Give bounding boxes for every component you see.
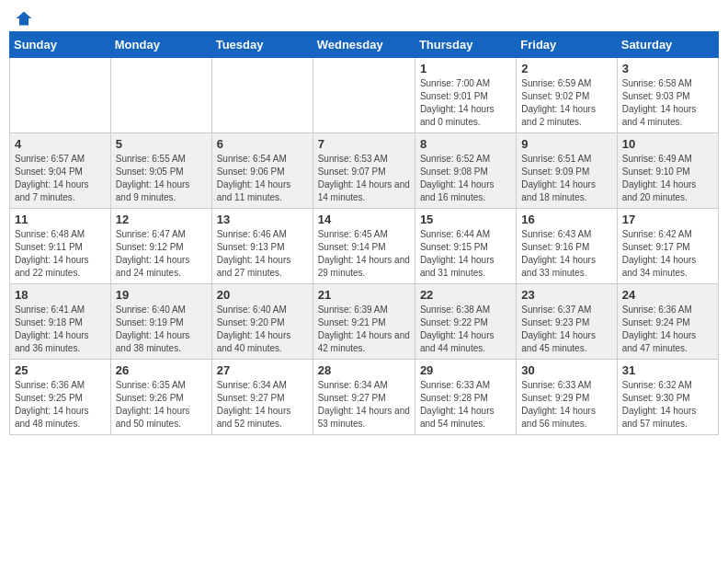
calendar-cell: 17Sunrise: 6:42 AMSunset: 9:17 PMDayligh… xyxy=(617,209,718,284)
day-number: 13 xyxy=(217,213,308,226)
calendar-cell: 6Sunrise: 6:54 AMSunset: 9:06 PMDaylight… xyxy=(211,133,313,209)
day-info: Sunrise: 6:34 AMSunset: 9:27 PMDaylight:… xyxy=(217,379,308,431)
calendar-cell: 19Sunrise: 6:40 AMSunset: 9:19 PMDayligh… xyxy=(110,284,211,360)
day-info: Sunrise: 6:41 AMSunset: 9:18 PMDaylight:… xyxy=(15,304,106,355)
day-number: 4 xyxy=(15,137,106,151)
calendar-week-row: 1Sunrise: 7:00 AMSunset: 9:01 PMDaylight… xyxy=(10,58,719,133)
day-info: Sunrise: 6:36 AMSunset: 9:25 PMDaylight:… xyxy=(15,379,106,431)
calendar-cell xyxy=(110,58,211,133)
calendar-cell xyxy=(313,58,415,133)
calendar-cell xyxy=(10,58,111,133)
day-info: Sunrise: 6:57 AMSunset: 9:04 PMDaylight:… xyxy=(15,153,106,204)
day-info: Sunrise: 6:36 AMSunset: 9:24 PMDaylight:… xyxy=(622,304,713,355)
calendar-header-sunday: Sunday xyxy=(10,32,111,58)
day-info: Sunrise: 6:40 AMSunset: 9:19 PMDaylight:… xyxy=(116,304,207,355)
calendar-cell: 8Sunrise: 6:52 AMSunset: 9:08 PMDaylight… xyxy=(415,133,516,209)
calendar-cell: 11Sunrise: 6:48 AMSunset: 9:11 PMDayligh… xyxy=(10,209,111,284)
day-number: 12 xyxy=(116,213,207,226)
day-number: 3 xyxy=(622,62,713,75)
calendar: SundayMondayTuesdayWednesdayThursdayFrid… xyxy=(9,31,719,435)
calendar-week-row: 18Sunrise: 6:41 AMSunset: 9:18 PMDayligh… xyxy=(10,284,719,360)
day-number: 7 xyxy=(318,137,410,151)
day-info: Sunrise: 6:39 AMSunset: 9:21 PMDaylight:… xyxy=(318,304,410,355)
day-number: 11 xyxy=(15,213,106,226)
calendar-cell: 16Sunrise: 6:43 AMSunset: 9:16 PMDayligh… xyxy=(517,209,617,284)
day-number: 23 xyxy=(521,288,611,302)
day-info: Sunrise: 6:44 AMSunset: 9:15 PMDaylight:… xyxy=(420,228,511,280)
day-info: Sunrise: 6:54 AMSunset: 9:06 PMDaylight:… xyxy=(217,153,308,204)
day-number: 9 xyxy=(521,137,611,151)
calendar-cell: 1Sunrise: 7:00 AMSunset: 9:01 PMDaylight… xyxy=(415,58,516,133)
calendar-cell: 4Sunrise: 6:57 AMSunset: 9:04 PMDaylight… xyxy=(10,133,111,209)
calendar-cell: 3Sunrise: 6:58 AMSunset: 9:03 PMDaylight… xyxy=(617,58,718,133)
day-number: 30 xyxy=(521,363,611,377)
day-number: 24 xyxy=(622,288,713,302)
day-info: Sunrise: 6:52 AMSunset: 9:08 PMDaylight:… xyxy=(420,153,511,204)
day-info: Sunrise: 7:00 AMSunset: 9:01 PMDaylight:… xyxy=(420,77,511,129)
day-number: 18 xyxy=(15,288,106,302)
day-info: Sunrise: 6:32 AMSunset: 9:30 PMDaylight:… xyxy=(622,379,713,431)
day-info: Sunrise: 6:51 AMSunset: 9:09 PMDaylight:… xyxy=(521,153,611,204)
calendar-cell: 5Sunrise: 6:55 AMSunset: 9:05 PMDaylight… xyxy=(110,133,211,209)
day-info: Sunrise: 6:33 AMSunset: 9:29 PMDaylight:… xyxy=(521,379,611,431)
day-info: Sunrise: 6:37 AMSunset: 9:23 PMDaylight:… xyxy=(521,304,611,355)
calendar-week-row: 4Sunrise: 6:57 AMSunset: 9:04 PMDaylight… xyxy=(10,133,719,209)
day-number: 25 xyxy=(15,363,106,377)
calendar-header-wednesday: Wednesday xyxy=(313,32,415,58)
day-info: Sunrise: 6:35 AMSunset: 9:26 PMDaylight:… xyxy=(116,379,207,431)
calendar-cell: 10Sunrise: 6:49 AMSunset: 9:10 PMDayligh… xyxy=(617,133,718,209)
day-number: 2 xyxy=(521,62,611,75)
day-number: 15 xyxy=(420,213,511,226)
calendar-cell: 26Sunrise: 6:35 AMSunset: 9:26 PMDayligh… xyxy=(110,360,211,435)
calendar-week-row: 11Sunrise: 6:48 AMSunset: 9:11 PMDayligh… xyxy=(10,209,719,284)
day-info: Sunrise: 6:43 AMSunset: 9:16 PMDaylight:… xyxy=(521,228,611,280)
day-number: 19 xyxy=(116,288,207,302)
day-number: 26 xyxy=(116,363,207,377)
day-number: 10 xyxy=(622,137,713,151)
day-info: Sunrise: 6:58 AMSunset: 9:03 PMDaylight:… xyxy=(622,77,713,129)
day-info: Sunrise: 6:46 AMSunset: 9:13 PMDaylight:… xyxy=(217,228,308,280)
day-number: 22 xyxy=(420,288,511,302)
day-number: 1 xyxy=(420,62,511,75)
calendar-cell xyxy=(211,58,313,133)
day-info: Sunrise: 6:53 AMSunset: 9:07 PMDaylight:… xyxy=(318,153,410,204)
calendar-cell: 27Sunrise: 6:34 AMSunset: 9:27 PMDayligh… xyxy=(211,360,313,435)
logo xyxy=(13,9,33,24)
day-info: Sunrise: 6:55 AMSunset: 9:05 PMDaylight:… xyxy=(116,153,207,204)
day-info: Sunrise: 6:59 AMSunset: 9:02 PMDaylight:… xyxy=(521,77,611,129)
day-number: 29 xyxy=(420,363,511,377)
day-info: Sunrise: 6:34 AMSunset: 9:27 PMDaylight:… xyxy=(318,379,410,431)
day-info: Sunrise: 6:48 AMSunset: 9:11 PMDaylight:… xyxy=(15,228,106,280)
calendar-cell: 7Sunrise: 6:53 AMSunset: 9:07 PMDaylight… xyxy=(313,133,415,209)
day-number: 31 xyxy=(622,363,713,377)
calendar-cell: 25Sunrise: 6:36 AMSunset: 9:25 PMDayligh… xyxy=(10,360,111,435)
calendar-header-row: SundayMondayTuesdayWednesdayThursdayFrid… xyxy=(10,32,719,58)
calendar-cell: 14Sunrise: 6:45 AMSunset: 9:14 PMDayligh… xyxy=(313,209,415,284)
day-info: Sunrise: 6:42 AMSunset: 9:17 PMDaylight:… xyxy=(622,228,713,280)
calendar-header-friday: Friday xyxy=(517,32,617,58)
day-number: 17 xyxy=(622,213,713,226)
day-info: Sunrise: 6:33 AMSunset: 9:28 PMDaylight:… xyxy=(420,379,511,431)
header xyxy=(9,9,719,24)
calendar-header-thursday: Thursday xyxy=(415,32,516,58)
day-number: 6 xyxy=(217,137,308,151)
calendar-header-tuesday: Tuesday xyxy=(211,32,313,58)
calendar-cell: 30Sunrise: 6:33 AMSunset: 9:29 PMDayligh… xyxy=(517,360,617,435)
day-number: 20 xyxy=(217,288,308,302)
calendar-cell: 23Sunrise: 6:37 AMSunset: 9:23 PMDayligh… xyxy=(517,284,617,360)
day-info: Sunrise: 6:47 AMSunset: 9:12 PMDaylight:… xyxy=(116,228,207,280)
day-number: 27 xyxy=(217,363,308,377)
day-number: 8 xyxy=(420,137,511,151)
day-info: Sunrise: 6:38 AMSunset: 9:22 PMDaylight:… xyxy=(420,304,511,355)
calendar-cell: 31Sunrise: 6:32 AMSunset: 9:30 PMDayligh… xyxy=(617,360,718,435)
day-number: 16 xyxy=(521,213,611,226)
day-number: 5 xyxy=(116,137,207,151)
day-info: Sunrise: 6:40 AMSunset: 9:20 PMDaylight:… xyxy=(217,304,308,355)
calendar-header-saturday: Saturday xyxy=(617,32,718,58)
calendar-cell: 20Sunrise: 6:40 AMSunset: 9:20 PMDayligh… xyxy=(211,284,313,360)
day-number: 28 xyxy=(318,363,410,377)
calendar-cell: 9Sunrise: 6:51 AMSunset: 9:09 PMDaylight… xyxy=(517,133,617,209)
calendar-week-row: 25Sunrise: 6:36 AMSunset: 9:25 PMDayligh… xyxy=(10,360,719,435)
calendar-cell: 22Sunrise: 6:38 AMSunset: 9:22 PMDayligh… xyxy=(415,284,516,360)
calendar-cell: 29Sunrise: 6:33 AMSunset: 9:28 PMDayligh… xyxy=(415,360,516,435)
